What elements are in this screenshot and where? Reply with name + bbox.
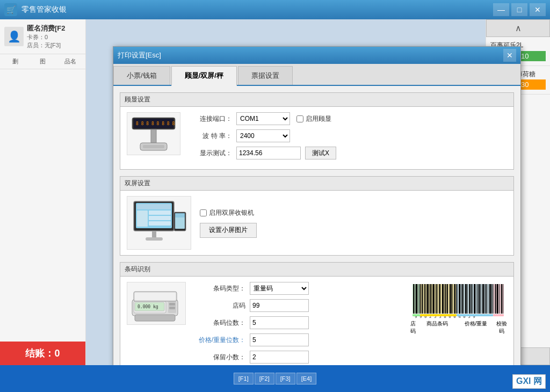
- svg-rect-79: [491, 284, 493, 314]
- name-tool[interactable]: 品名: [57, 56, 83, 67]
- checkout-bar[interactable]: 结账：0: [0, 342, 85, 365]
- dual-section-title: 双屏设置: [120, 177, 513, 191]
- svg-rect-57: [454, 284, 455, 314]
- barcode-section-title: 条码识别: [120, 263, 513, 277]
- svg-rect-77: [488, 284, 488, 314]
- svg-rect-76: [486, 284, 487, 314]
- svg-rect-56: [452, 284, 453, 314]
- svg-rect-12: [149, 221, 171, 226]
- nav-arrows: ∧: [486, 19, 550, 37]
- svg-text:8 8 8 8 8 8 8 8: 8 8 8 8 8 8 8 8: [136, 121, 175, 126]
- barcode-digits-input[interactable]: [250, 316, 309, 329]
- svg-rect-14: [146, 237, 163, 241]
- svg-rect-90: [493, 314, 504, 316]
- check-label: 校验码: [496, 320, 507, 335]
- svg-rect-54: [449, 284, 450, 314]
- bottom-buttons: [F1] [F2] [F3] [E4]: [234, 373, 316, 384]
- bottom-bar: [F1] [F2] [F3] [E4] GXI 网: [0, 365, 550, 392]
- svg-rect-39: [424, 284, 425, 314]
- svg-rect-32: [413, 284, 414, 314]
- svg-rect-72: [479, 284, 480, 314]
- tab-ticket-settings[interactable]: 票据设置: [238, 66, 293, 85]
- bottom-btn-e4[interactable]: [E4]: [296, 373, 317, 384]
- svg-rect-78: [489, 284, 491, 314]
- svg-rect-38: [422, 284, 423, 314]
- enable-dual-label: 启用双屏收银机: [209, 208, 254, 217]
- display-section-body: 8 8 8 8 8 8 8 8: [120, 107, 513, 169]
- svg-rect-51: [444, 284, 445, 314]
- main-window: 🛒 零售管家收银 — □ ✕ 👤 匿名消费[F2 卡券：0 店员：无[F3] 删…: [0, 0, 550, 392]
- user-info: 匿名消费[F2 卡券：0 店员：无[F3]: [27, 24, 66, 49]
- price-digits-input[interactable]: [250, 333, 309, 346]
- test-label: 显示测试：: [189, 149, 232, 158]
- tab-display-dualscreen-scale[interactable]: 顾显/双屏/秤: [171, 66, 237, 86]
- svg-rect-35: [418, 284, 418, 314]
- enable-dual-checkbox[interactable]: [200, 209, 207, 216]
- store-code-row: 店码: [194, 299, 401, 312]
- product-barcode-label: 商品条码: [419, 320, 455, 335]
- card-info: 卡券：0: [27, 33, 66, 41]
- scroll-up-button[interactable]: ∧: [486, 19, 550, 37]
- store-code-label: 店码: [194, 301, 245, 310]
- port-select[interactable]: COM1 COM2 COM3: [236, 112, 290, 125]
- store-code-label-bc: 店码: [409, 320, 417, 335]
- price-digits-row: 价格/重量位数：: [194, 333, 401, 346]
- maximize-button[interactable]: □: [511, 3, 527, 16]
- svg-rect-83: [500, 284, 500, 314]
- store-code-input[interactable]: [250, 299, 309, 312]
- svg-rect-71: [477, 284, 479, 314]
- price-weight-label: 价格/重量: [458, 320, 494, 335]
- main-title-bar: 🛒 零售管家收银 — □ ✕: [0, 0, 550, 19]
- bottom-btn-f2[interactable]: [F2]: [255, 373, 274, 384]
- tab-receipt-cashbox[interactable]: 小票/钱箱: [113, 66, 170, 85]
- svg-rect-3: [151, 129, 156, 143]
- svg-rect-65: [467, 284, 468, 314]
- enable-display-row: 启用顾显: [296, 114, 331, 124]
- display-section-title: 顾显设置: [120, 93, 513, 107]
- svg-rect-64: [465, 284, 467, 314]
- barcode-type-select[interactable]: 重量码 普通码 数量码: [250, 282, 309, 295]
- svg-rect-43: [430, 284, 431, 314]
- dialog-close-button[interactable]: ✕: [503, 49, 516, 62]
- decimal-label: 保留小数：: [194, 353, 245, 362]
- test-row: 显示测试： 1234.56 测试X: [189, 147, 507, 159]
- delete-tool[interactable]: 删: [2, 56, 28, 67]
- svg-rect-5: [143, 145, 164, 148]
- barcode-form: 条码类型： 重量码 普通码 数量码 店码: [194, 282, 401, 365]
- svg-rect-80: [494, 284, 494, 314]
- svg-text:0.000 kg: 0.000 kg: [138, 304, 158, 309]
- svg-rect-69: [474, 284, 475, 314]
- svg-rect-67: [471, 284, 472, 314]
- svg-rect-42: [429, 284, 430, 314]
- svg-rect-73: [481, 284, 481, 314]
- svg-rect-58: [455, 284, 457, 314]
- barcode-digits-label: 条码位数：: [194, 318, 245, 328]
- price-digits-label: 价格/重量位数：: [194, 336, 245, 345]
- minimize-button[interactable]: —: [493, 3, 509, 16]
- test-input[interactable]: 1234.56: [236, 147, 301, 159]
- svg-rect-53: [447, 284, 448, 314]
- barcode-labels-row: 店码 商品条码 价格/重量 校验码: [409, 320, 507, 335]
- app-title: 零售管家收银: [21, 5, 493, 14]
- close-main-button[interactable]: ✕: [530, 3, 546, 16]
- image-tool[interactable]: 图: [30, 56, 56, 67]
- bottom-btn-f3[interactable]: [F3]: [276, 373, 295, 384]
- staff-info: 店员：无[F3]: [27, 41, 66, 49]
- test-button[interactable]: 测试X: [305, 147, 336, 159]
- svg-rect-13: [152, 231, 156, 237]
- svg-rect-25: [135, 315, 175, 321]
- sidebar: 👤 匿名消费[F2 卡券：0 店员：无[F3] 删 图 品名 结账：0: [0, 19, 86, 365]
- svg-rect-88: [420, 314, 457, 316]
- decimal-input[interactable]: [250, 351, 309, 364]
- barcode-digits-row: 条码位数：: [194, 316, 401, 329]
- svg-rect-10: [149, 210, 171, 215]
- bottom-btn-f1[interactable]: [F1]: [234, 373, 254, 384]
- set-small-screen-img-button[interactable]: 设置小屏图片: [200, 223, 257, 238]
- svg-rect-59: [457, 284, 458, 314]
- svg-rect-41: [427, 284, 429, 314]
- enable-display-checkbox[interactable]: [296, 115, 303, 122]
- baud-select[interactable]: 2400 4800 9600: [236, 129, 290, 142]
- svg-rect-34: [416, 284, 417, 314]
- svg-rect-89: [457, 314, 493, 316]
- svg-rect-66: [469, 284, 470, 314]
